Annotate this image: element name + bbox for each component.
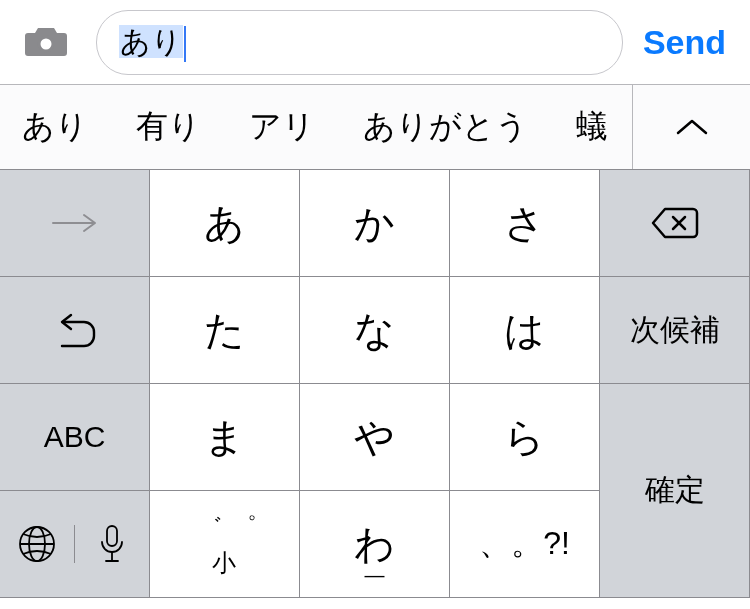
- key-ta[interactable]: た: [150, 277, 300, 384]
- key-ha[interactable]: は: [450, 277, 600, 384]
- key-punctuation[interactable]: 、。?!: [450, 491, 600, 598]
- next-candidate-key[interactable]: 次候補: [600, 277, 750, 384]
- camera-button[interactable]: [18, 14, 74, 70]
- input-text: あり: [119, 22, 186, 63]
- backspace-icon: [651, 206, 699, 240]
- abc-key[interactable]: ABC: [0, 384, 150, 491]
- key-sa[interactable]: さ: [450, 170, 600, 277]
- candidate-2[interactable]: アリ: [225, 105, 339, 149]
- mic-icon: [99, 524, 125, 564]
- key-wa-underscore: —: [365, 564, 385, 587]
- confirm-key[interactable]: 確定: [600, 384, 750, 598]
- key-dakuten-small[interactable]: ゛ ゜ 小: [150, 491, 300, 598]
- next-key[interactable]: [0, 170, 150, 277]
- message-input[interactable]: あり: [96, 10, 623, 75]
- camera-icon: [24, 25, 68, 59]
- text-cursor: [184, 26, 186, 62]
- globe-key[interactable]: [0, 525, 75, 563]
- undo-key[interactable]: [0, 277, 150, 384]
- key-a[interactable]: あ: [150, 170, 300, 277]
- handakuten-mark: ゜: [232, 511, 257, 543]
- small-kana-label: 小: [212, 547, 236, 579]
- key-ra[interactable]: ら: [450, 384, 600, 491]
- dakuten-mark: ゛: [198, 511, 223, 543]
- mic-key[interactable]: [75, 524, 149, 564]
- key-ya[interactable]: や: [300, 384, 450, 491]
- svg-point-0: [39, 37, 53, 51]
- send-button[interactable]: Send: [637, 23, 732, 62]
- keyboard: あ か さ た な は 次候補 ABC ま や ら 確定: [0, 169, 750, 609]
- key-wa[interactable]: わ —: [300, 491, 450, 598]
- compose-bar: あり Send: [0, 0, 750, 84]
- globe-mic-cell: [0, 491, 150, 598]
- undo-icon: [54, 310, 96, 350]
- svg-rect-7: [107, 526, 117, 546]
- candidate-4[interactable]: 蟻: [552, 105, 632, 149]
- candidate-3[interactable]: ありがとう: [339, 105, 552, 149]
- chevron-up-icon: [675, 117, 709, 137]
- key-ka[interactable]: か: [300, 170, 450, 277]
- expand-candidates-button[interactable]: [632, 85, 750, 169]
- key-ma[interactable]: ま: [150, 384, 300, 491]
- globe-icon: [18, 525, 56, 563]
- arrow-right-icon: [51, 213, 99, 233]
- candidate-bar: あり 有り アリ ありがとう 蟻: [0, 85, 750, 169]
- backspace-key[interactable]: [600, 170, 750, 277]
- key-na[interactable]: な: [300, 277, 450, 384]
- candidate-0[interactable]: あり: [0, 105, 112, 149]
- candidate-1[interactable]: 有り: [112, 105, 225, 149]
